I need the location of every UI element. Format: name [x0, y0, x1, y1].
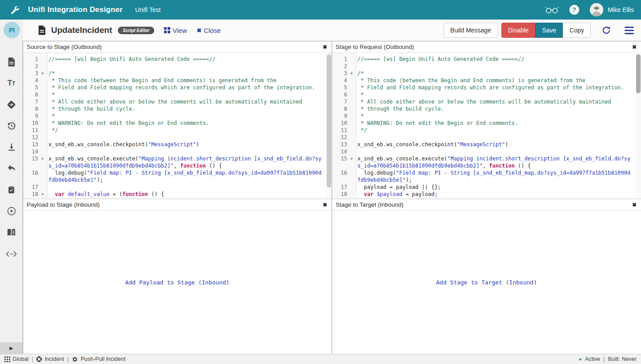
sidebar-text-format-icon[interactable]: Tt	[6, 78, 17, 88]
copy-button[interactable]: Copy	[563, 23, 591, 38]
code-text[interactable]	[47, 148, 332, 155]
scrollbar-thumb[interactable]	[636, 54, 641, 93]
code-text[interactable]	[47, 134, 332, 141]
integration-avatar[interactable]: PI	[4, 22, 20, 38]
app-title[interactable]: Unifi Integration Designer	[28, 5, 123, 14]
fold-arrow-icon[interactable]: ▾	[38, 70, 47, 77]
save-button[interactable]: Save	[535, 23, 563, 38]
code-line[interactable]: 14	[23, 148, 332, 155]
help-icon[interactable]: ?	[569, 5, 579, 15]
code-line[interactable]: 8 * through the build cycle.	[23, 105, 332, 112]
panel-close-icon[interactable]: ✖	[323, 202, 327, 208]
code-line[interactable]: 18▾ var default_value = (function () {	[23, 191, 332, 198]
fold-arrow-icon[interactable]: ▾	[38, 191, 47, 198]
code-line[interactable]: 2	[23, 63, 332, 70]
code-text[interactable]: * All code either above or below the com…	[356, 98, 641, 105]
code-line[interactable]: 13x_snd_eb.ws_console.checkpoint("Messag…	[23, 141, 332, 148]
code-text[interactable]: * WARNING: Do not edit the Begin or End …	[47, 120, 332, 127]
code-text[interactable]: * WARNING: Do not edit the Begin or End …	[356, 120, 641, 127]
scrollbar-thumb[interactable]	[327, 54, 331, 188]
code-line[interactable]: 14	[332, 148, 641, 155]
code-text[interactable]: log.debug("Field map: PI - String [x_snd…	[356, 169, 641, 184]
code-text[interactable]: var default_value = (function () {	[47, 191, 332, 198]
panel-close-icon[interactable]: ✖	[323, 44, 327, 50]
sidebar-run-icon[interactable]	[6, 206, 17, 216]
code-line[interactable]: 1//===== [ws] Begin Unifi Auto Generated…	[23, 56, 332, 63]
sidebar-documentation-icon[interactable]	[6, 228, 17, 237]
code-text[interactable]	[356, 148, 641, 155]
code-line[interactable]: 13x_snd_eb.ws_console.checkpoint("Messag…	[332, 141, 641, 148]
code-text[interactable]: * Field and Field mapping records which …	[356, 84, 641, 91]
sidebar-undo-icon[interactable]	[6, 164, 17, 173]
panel-close-icon[interactable]: ✖	[632, 44, 637, 50]
code-line[interactable]: 12	[332, 134, 641, 141]
code-line[interactable]: 17	[23, 184, 332, 191]
code-text[interactable]: /*	[356, 70, 641, 77]
code-line[interactable]: 12	[23, 134, 332, 141]
code-line[interactable]: 10 * WARNING: Do not edit the Begin or E…	[23, 120, 332, 127]
view-link[interactable]: View	[164, 27, 187, 34]
code-line[interactable]: 11 */	[23, 127, 332, 134]
code-text[interactable]: * through the build cycle.	[47, 105, 332, 112]
code-line[interactable]: 18 var $payload = payload;	[332, 191, 641, 198]
code-text[interactable]: *	[356, 112, 641, 120]
code-line[interactable]: 3▾/*	[332, 70, 641, 77]
code-line[interactable]: 3▾/*	[23, 70, 332, 77]
code-line[interactable]: 17 payload = payload || {};	[332, 184, 641, 191]
code-line[interactable]: 1//===== [ws] Begin Unifi Auto Generated…	[332, 56, 641, 63]
build-message-button[interactable]: Build Message	[444, 23, 498, 38]
code-text[interactable]	[47, 63, 332, 70]
code-text[interactable]: *	[47, 112, 332, 120]
sidebar-code-icon[interactable]	[6, 249, 17, 259]
code-text[interactable]: *	[47, 91, 332, 98]
add-stage-to-target-link[interactable]: Add Stage to Target (Inbound)	[436, 279, 537, 286]
sidebar-import-icon[interactable]	[6, 142, 17, 152]
fold-arrow-icon[interactable]: ▾	[38, 155, 47, 169]
menu-icon[interactable]	[625, 27, 634, 34]
code-text[interactable]: //===== [ws] Begin Unifi Auto Generated …	[356, 56, 641, 63]
code-text[interactable]: * This code (between the Begin and End c…	[47, 77, 332, 84]
code-text[interactable]: x_snd_eb.ws_console.checkpoint("MessageS…	[356, 141, 641, 148]
code-text[interactable]: * through the build cycle.	[356, 105, 641, 112]
code-text[interactable]: */	[47, 127, 332, 134]
close-link[interactable]: ✖ Close	[197, 27, 221, 34]
code-editor-stage-to-request[interactable]: 1//===== [ws] Begin Unifi Auto Generated…	[332, 53, 641, 199]
code-text[interactable]	[356, 63, 641, 70]
code-line[interactable]: 16 log.debug("Field map: PI - String [x_…	[23, 169, 332, 184]
code-line[interactable]: 5 * Field and Field mapping records whic…	[332, 84, 641, 91]
fold-arrow-icon[interactable]: ▾	[347, 155, 356, 169]
code-text[interactable]: * All code either above or below the com…	[47, 98, 332, 105]
code-line[interactable]: 9 *	[23, 112, 332, 120]
sidebar-document-icon[interactable]	[6, 57, 17, 67]
scope-item[interactable]: Global	[4, 356, 28, 362]
code-text[interactable]: *	[356, 91, 641, 98]
add-payload-to-stage-link[interactable]: Add Payload to Stage (Inbound)	[125, 279, 230, 286]
code-line[interactable]: 7 * All code either above or below the c…	[23, 98, 332, 105]
code-text[interactable]: x_snd_eb.ws_console.execute("Mapping inc…	[356, 155, 641, 169]
disable-button[interactable]: Disable	[501, 23, 536, 38]
code-text[interactable]: payload = payload || {};	[356, 184, 641, 191]
code-line[interactable]: 6 *	[332, 91, 641, 98]
code-line[interactable]: 5 * Field and Field mapping records whic…	[23, 84, 332, 91]
code-editor-source-to-stage[interactable]: 1//===== [ws] Begin Unifi Auto Generated…	[23, 53, 332, 199]
integration-item[interactable]: Incident	[36, 356, 64, 362]
code-line[interactable]: 2	[332, 63, 641, 70]
code-text[interactable]: * Field and Field mapping records which …	[47, 84, 332, 91]
message-item[interactable]: Push-Pull Incident	[72, 356, 125, 363]
code-line[interactable]: 15▾x_snd_eb.ws_console.execute("Mapping …	[23, 155, 332, 169]
editor-scrollbar[interactable]	[326, 53, 332, 198]
environment-label[interactable]: Unifi Test	[135, 6, 160, 13]
code-text[interactable]: //===== [ws] Begin Unifi Auto Generated …	[47, 56, 332, 63]
code-text[interactable]: var $payload = payload;	[356, 191, 641, 198]
wrench-icon[interactable]	[10, 5, 20, 15]
code-line[interactable]: 15▾x_snd_eb.ws_console.execute("Mapping …	[332, 155, 641, 169]
panel-close-icon[interactable]: ✖	[632, 202, 637, 208]
sidebar-tasks-icon[interactable]	[6, 185, 17, 195]
code-line[interactable]: 16 log.debug("Field map: PI - String [x_…	[332, 169, 641, 184]
code-text[interactable]: log.debug("Field map: PI - String [x_snd…	[47, 169, 332, 184]
code-line[interactable]: 4 * This code (between the Begin and End…	[332, 77, 641, 84]
code-line[interactable]: 8 * through the build cycle.	[332, 105, 641, 112]
editor-scrollbar[interactable]	[636, 53, 641, 198]
sidebar-field-map-icon[interactable]	[6, 100, 17, 109]
code-line[interactable]: 6 *	[23, 91, 332, 98]
